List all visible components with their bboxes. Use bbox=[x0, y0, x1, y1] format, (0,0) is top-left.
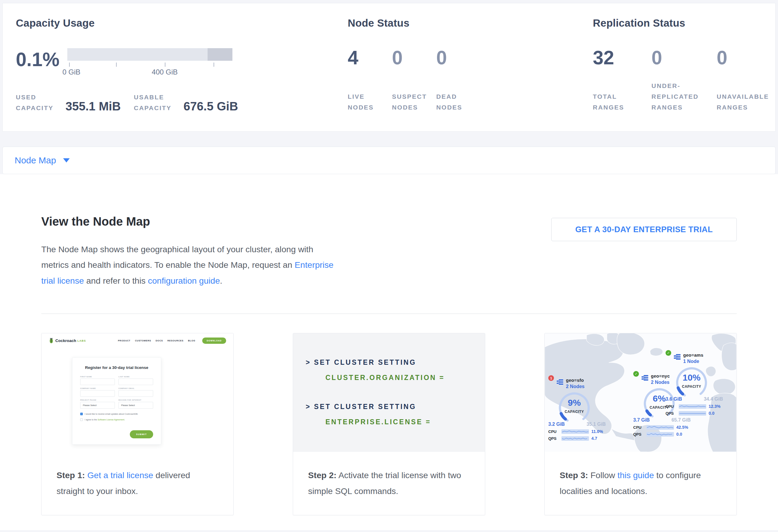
tick-label-400gib: 400 GiB bbox=[152, 68, 178, 76]
brand-suffix: LABS bbox=[77, 339, 86, 342]
capacity-percent: 9% bbox=[552, 398, 597, 408]
node-map-placeholder-content: View the Node Map The Node Map shows the… bbox=[0, 174, 778, 530]
locality-node-count: 1 Node bbox=[683, 359, 704, 364]
locality-node-count: 2 Nodes bbox=[566, 384, 585, 389]
trial-registration-form: Register for a 30-day trial license FIRS… bbox=[72, 357, 161, 445]
download-pill-button: DOWNLOAD bbox=[202, 337, 226, 344]
database-icon bbox=[556, 378, 564, 387]
step1-caption: Step 1: Get a trial license delivered st… bbox=[42, 452, 233, 515]
brand-name: Cockroach bbox=[55, 338, 76, 343]
chevron-down-icon bbox=[63, 158, 70, 162]
reason-for-interest-select: Please Select bbox=[119, 402, 153, 409]
software-license-agreement-link: Software License Agreement. bbox=[97, 419, 125, 421]
node-map-preview: 1 geo=sfo 2 Nodes bbox=[545, 333, 736, 452]
license-agreement-checkbox bbox=[80, 418, 83, 421]
step2-caption: Step 2: Activate the trial license with … bbox=[293, 452, 485, 515]
qps-sparkline bbox=[646, 432, 674, 437]
capacity-bar-chart: 0 GiB 400 GiB bbox=[67, 48, 232, 77]
company-name-field bbox=[80, 390, 115, 397]
cockroach-bug-icon bbox=[49, 338, 54, 344]
capacity-percent: 0.1% bbox=[16, 50, 67, 77]
nav-item: DOCS bbox=[156, 339, 163, 342]
suspect-nodes-label: SUSPECT NODES bbox=[392, 91, 431, 113]
node-map-selector[interactable]: Node Map bbox=[2, 147, 776, 174]
nav-item: RESOURCES bbox=[167, 339, 184, 342]
capacity-bar-nonusable-segment bbox=[208, 48, 232, 61]
used-capacity: USED CAPACITY 355.1 MiB bbox=[16, 92, 121, 113]
step-prefix: Step 1: bbox=[57, 470, 85, 480]
configuration-guide-link[interactable]: configuration guide bbox=[148, 276, 220, 286]
cockroach-labs-logo bbox=[49, 338, 54, 344]
email-updates-label: I would like to receive email updates ab… bbox=[85, 413, 138, 415]
cpu-value: 12.3% bbox=[709, 404, 720, 409]
cpu-value: 11.0% bbox=[591, 429, 603, 434]
dead-nodes-value: 0 bbox=[436, 48, 480, 67]
capacity-label: CAPACITY bbox=[669, 384, 714, 389]
field-label: LAST NAME bbox=[119, 376, 153, 378]
used-capacity-value: 355.1 MiB bbox=[66, 100, 121, 112]
unavailable-ranges-value: 0 bbox=[717, 48, 775, 67]
email-updates-checkbox bbox=[80, 412, 83, 415]
qps-label: QPS bbox=[666, 411, 676, 415]
node-status-title: Node Status bbox=[347, 17, 593, 29]
nav-item: PRODUCT bbox=[118, 339, 131, 342]
step-prefix: Step 3: bbox=[560, 470, 588, 480]
page-title: View the Node Map bbox=[41, 215, 337, 228]
axis-tick bbox=[214, 63, 214, 67]
first-name-field bbox=[80, 379, 115, 385]
capacity-usage-title: Capacity Usage bbox=[16, 17, 347, 29]
replication-status-section: Replication Status 32 TOTAL RANGES 0 UND… bbox=[593, 17, 775, 131]
company-email-field bbox=[119, 390, 153, 397]
qps-sparkline bbox=[561, 436, 589, 441]
cluster-summary-panel: Capacity Usage 0.1% 0 GiB 400 GiB bbox=[2, 3, 776, 132]
database-icon bbox=[641, 373, 649, 382]
status-error-badge: 1 bbox=[548, 375, 554, 381]
capacity-gauge: 9% CAPACITY bbox=[552, 390, 597, 425]
sql-commands-panel: > SET CLUSTER SETTING CLUSTER.ORGANIZATI… bbox=[293, 333, 485, 452]
mini-site-nav: PRODUCT CUSTOMERS DOCS RESOURCES BLOG DO… bbox=[118, 337, 226, 344]
description-text: The Node Map shows the geographical layo… bbox=[41, 244, 313, 270]
this-guide-link[interactable]: this guide bbox=[617, 470, 654, 480]
step2-card: > SET CLUSTER SETTING CLUSTER.ORGANIZATI… bbox=[293, 333, 485, 515]
locality-widget-sfo: 1 geo=sfo 2 Nodes bbox=[548, 378, 608, 441]
tick-label-0gib: 0 GiB bbox=[63, 68, 80, 76]
total-ranges-label: TOTAL RANGES bbox=[593, 91, 646, 113]
field-label: COMPANY EMAIL bbox=[119, 387, 153, 389]
project-phase-select: Please Select bbox=[80, 402, 115, 409]
sql-setting: CLUSTER.ORGANIZATION = bbox=[325, 374, 485, 382]
nav-item: BLOG bbox=[188, 339, 195, 342]
capacity-usage-section: Capacity Usage 0.1% 0 GiB 400 GiB bbox=[16, 17, 347, 131]
field-label: COMPANY NAME bbox=[80, 387, 115, 389]
cpu-label: CPU bbox=[548, 429, 559, 434]
qps-value: 0.0 bbox=[709, 411, 714, 415]
step1-card: Cockroach LABS PRODUCT CUSTOMERS DOCS RE… bbox=[41, 333, 234, 515]
nav-item: CUSTOMERS bbox=[135, 339, 151, 342]
cpu-sparkline bbox=[561, 429, 589, 434]
usable-capacity: USABLE CAPACITY 676.5 GiB bbox=[134, 92, 238, 113]
suspect-nodes-stat: 0 SUSPECT NODES bbox=[392, 48, 436, 113]
locality-name: geo=ams bbox=[683, 353, 704, 358]
axis-tick bbox=[165, 63, 165, 67]
capacity-bar bbox=[67, 48, 232, 61]
get-trial-license-link[interactable]: Get a trial license bbox=[87, 470, 153, 480]
under-replicated-ranges-label: UNDER-REPLICATED RANGES bbox=[651, 80, 705, 113]
locality-widget-ams: ✓ geo=ams 1 Node bbox=[666, 353, 725, 415]
used-capacity-label: USED CAPACITY bbox=[16, 92, 61, 113]
sql-setting: ENTERPRISE.LICENSE = bbox=[325, 418, 485, 426]
field-label: PROJECT PHASE bbox=[80, 399, 115, 401]
cpu-value: 42.5% bbox=[676, 425, 688, 430]
dead-nodes-label: DEAD NODES bbox=[436, 91, 475, 113]
capacity-label: CAPACITY bbox=[552, 409, 597, 414]
step-text: Follow bbox=[588, 470, 617, 480]
get-enterprise-trial-button[interactable]: GET A 30-DAY ENTERPRISE TRIAL bbox=[551, 218, 737, 241]
capacity-percent: 10% bbox=[669, 373, 714, 383]
status-ok-icon: ✓ bbox=[633, 371, 639, 377]
live-nodes-label: LIVE NODES bbox=[347, 91, 386, 113]
total-ranges-stat: 32 TOTAL RANGES bbox=[593, 48, 651, 113]
capacity-gauge: 10% CAPACITY bbox=[669, 365, 714, 400]
axis-tick bbox=[69, 63, 70, 67]
database-icon bbox=[673, 353, 681, 362]
node-map-selector-label: Node Map bbox=[15, 155, 56, 165]
live-nodes-stat: 4 LIVE NODES bbox=[347, 48, 392, 113]
total-ranges-value: 32 bbox=[593, 48, 651, 67]
